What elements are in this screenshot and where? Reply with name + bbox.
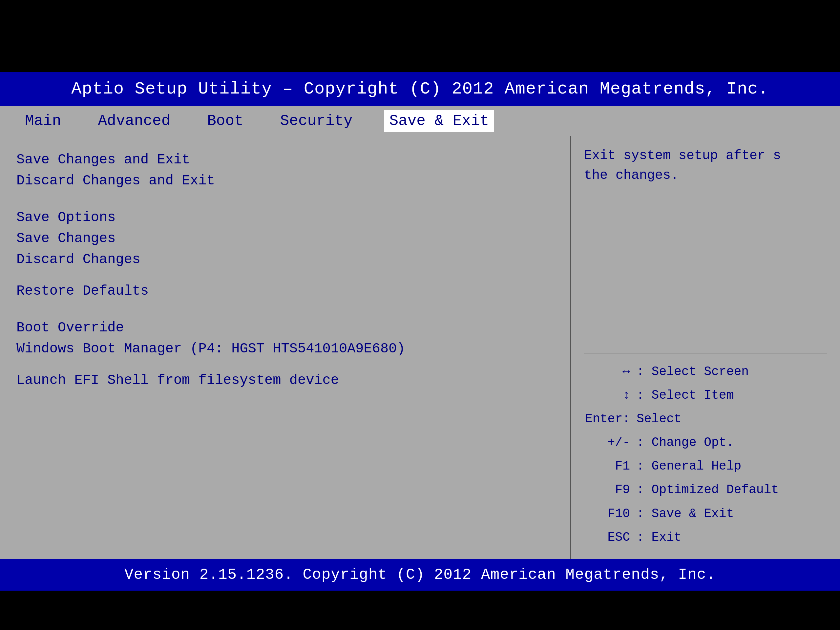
left-panel: Save Changes and Exit Discard Changes an…	[0, 136, 571, 559]
save-options-label: Save Options	[16, 207, 554, 228]
keybindings: ↔ : Select Screen ↕ : Select Item Enter:…	[584, 360, 827, 549]
bottom-text: Version 2.15.1236. Copyright (C) 2012 Am…	[124, 566, 716, 583]
windows-boot-manager-option[interactable]: Windows Boot Manager (P4: HGST HTS541010…	[16, 338, 554, 359]
key-row-select-item: ↕ : Select Item	[584, 384, 827, 407]
save-changes-exit-option[interactable]: Save Changes and Exit	[16, 149, 554, 170]
key-row-f1: F1 : General Help	[584, 455, 827, 478]
discard-changes-exit-option[interactable]: Discard Changes and Exit	[16, 170, 554, 191]
key-row-f9: F9 : Optimized Default	[584, 478, 827, 502]
gap4	[16, 359, 554, 370]
bottom-bar: Version 2.15.1236. Copyright (C) 2012 Am…	[0, 559, 840, 591]
key-row-change-opt: +/- : Change Opt.	[584, 431, 827, 455]
launch-efi-shell-option[interactable]: Launch EFI Shell from filesystem device	[16, 370, 554, 391]
top-black-area	[0, 0, 840, 72]
bios-container: Aptio Setup Utility – Copyright (C) 2012…	[0, 72, 840, 591]
boot-override-label: Boot Override	[16, 317, 554, 338]
menu-item-save-exit[interactable]: Save & Exit	[384, 110, 494, 132]
discard-changes-option[interactable]: Discard Changes	[16, 249, 554, 270]
key-row-select-screen: ↔ : Select Screen	[584, 360, 827, 384]
gap3	[16, 302, 554, 312]
gap2	[16, 270, 554, 281]
key-row-enter: Enter: Select	[584, 407, 827, 431]
menu-item-boot[interactable]: Boot	[202, 110, 248, 132]
screen-wrapper: Aptio Setup Utility – Copyright (C) 2012…	[0, 0, 840, 630]
key-row-f10: F10 : Save & Exit	[584, 502, 827, 526]
menu-item-security[interactable]: Security	[275, 110, 358, 132]
save-changes-option[interactable]: Save Changes	[16, 228, 554, 249]
right-panel: Exit system setup after s the changes. ↔…	[571, 136, 840, 559]
divider	[584, 353, 827, 354]
title-text: Aptio Setup Utility – Copyright (C) 2012…	[71, 79, 769, 99]
bios-screen: Aptio Setup Utility – Copyright (C) 2012…	[0, 0, 840, 630]
key-row-esc: ESC : Exit	[584, 526, 827, 549]
help-text: Exit system setup after s the changes.	[584, 146, 827, 185]
menu-item-main[interactable]: Main	[20, 110, 66, 132]
bottom-black-area	[0, 591, 840, 630]
title-bar: Aptio Setup Utility – Copyright (C) 2012…	[0, 72, 840, 106]
gap1	[16, 191, 554, 202]
menu-item-advanced[interactable]: Advanced	[93, 110, 175, 132]
restore-defaults-option[interactable]: Restore Defaults	[16, 281, 554, 302]
content-area: Save Changes and Exit Discard Changes an…	[0, 136, 840, 559]
keybindings-section: ↔ : Select Screen ↕ : Select Item Enter:…	[584, 346, 827, 549]
menu-bar: Main Advanced Boot Security Save & Exit	[0, 106, 840, 136]
help-section: Exit system setup after s the changes.	[584, 146, 827, 195]
